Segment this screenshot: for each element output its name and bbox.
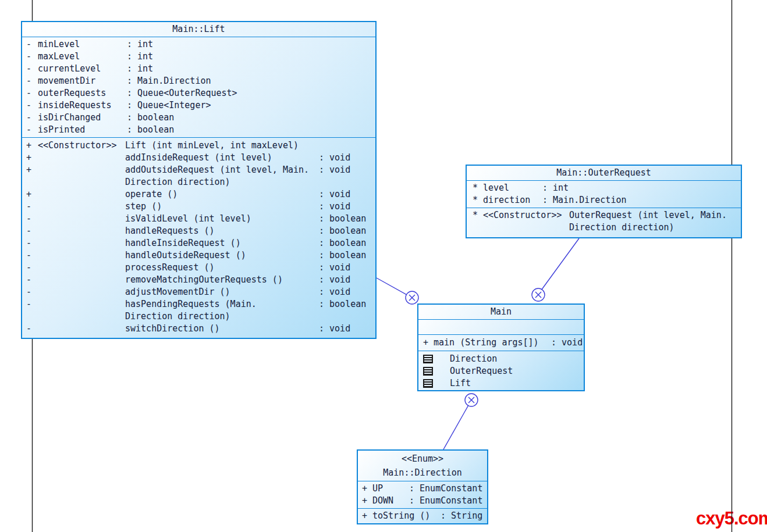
attribute-name: currentLevel [38,63,127,75]
attribute-name: level [483,182,542,194]
attribute-name: outerRequests [38,87,127,99]
main-attributes-compartment [418,319,584,334]
attribute-name: maxLevel [38,51,127,63]
stereotype: <<Constructor>> [483,209,569,222]
return-type: : boolean [319,213,366,225]
visibility: + [26,140,38,152]
attribute-row: *direction: Main.Direction [467,194,741,206]
method-signature: Lift (int minLevel, int maxLevel) [125,140,319,152]
return-type: : boolean [319,249,366,262]
method-signature: addInsideRequest (int level) [125,152,319,164]
attribute-type: : int [127,63,153,75]
visibility: * [473,182,483,194]
class-icon [423,355,433,363]
visibility: - [26,213,38,225]
visibility: + [423,337,434,349]
method-signature: operate () [125,188,319,201]
return-type: : void [319,152,350,164]
attribute-type: : int [542,182,569,194]
attribute-name: insideRequests [38,99,127,112]
containment-circle-x-icon [465,394,478,406]
method-row: +toString (): String [358,510,487,522]
attribute-name: minLevel [38,38,127,51]
method-signature: handleInsideRequest () [125,237,319,249]
containment-circle-x-icon [532,288,545,301]
return-type: : boolean [319,225,366,237]
method-signature: handleOutsideRequest () [125,249,319,262]
method-row: +<<Constructor>>Lift (int minLevel, int … [22,140,375,152]
method-signature: removeMatchingOuterRequests () [125,274,319,286]
enum-constant-type: : EnumConstant [409,495,482,507]
class-box-outerrequest: Main::OuterRequest *level: int *directio… [466,165,742,238]
nested-class-row: Direction [418,353,584,365]
attribute-row: *level: int [467,182,741,194]
main-methods-compartment: +main (String args[]): void [418,334,584,351]
visibility: * [473,194,483,206]
method-signature: main (String args[]) [434,337,551,349]
method-row: +addOutsideRequest (int level, Main. Dir… [22,164,375,188]
attribute-type: : Main.Direction [127,75,211,87]
nested-class-label: Lift [450,377,471,390]
visibility: - [26,201,38,213]
return-type: : boolean [319,298,366,310]
attribute-type: : int [127,38,153,51]
visibility: - [26,262,38,274]
method-row: -handleOutsideRequest (): boolean [22,249,375,262]
visibility: - [26,124,38,136]
containment-connector-outerrequest [538,238,579,294]
enum-constant-row: +UP: EnumConstant [358,483,487,495]
method-row: -handleRequests (): boolean [22,225,375,237]
method-signature: isValidLevel (int level) [125,213,319,225]
visibility: - [26,63,38,75]
class-icon [423,379,433,388]
visibility: - [26,298,38,310]
attribute-row: -minLevel: int [22,38,375,51]
method-signature: adjustMovementDir () [125,286,319,298]
method-row: +main (String args[]): void [418,337,584,349]
direction-attributes-compartment: +UP: EnumConstant +DOWN: EnumConstant [358,481,487,508]
attribute-row: -isPrinted: boolean [22,124,375,136]
visibility: - [26,38,38,51]
method-signature: handleRequests () [125,225,319,237]
method-signature: processRequest () [125,262,319,274]
visibility: - [26,225,38,237]
attribute-row: -insideRequests: Queue<Integer> [22,99,375,112]
method-signature: toString () [372,510,441,522]
enum-stereotype: <<Enum>> [358,452,487,466]
enum-constant-name: DOWN [372,495,409,507]
attribute-type: : Main.Direction [542,194,627,206]
method-row: -processRequest (): void [22,262,375,274]
visibility: - [26,112,38,124]
attribute-row: -isDirChanged: boolean [22,112,375,124]
class-title-lift: Main::Lift [22,22,375,36]
method-row: -step (): void [22,201,375,213]
outerrequest-methods-compartment: *<<Constructor>>OuterRequest (int level,… [467,208,741,235]
return-type: : void [319,201,350,213]
nested-class-row: Lift [418,377,584,390]
nested-class-row: OuterRequest [418,365,584,377]
method-row: -removeMatchingOuterRequests (): void [22,274,375,286]
attribute-row: -outerRequests: Queue<OuterRequest> [22,87,375,99]
method-row: -switchDirection (): void [22,323,375,335]
return-type: : void [319,274,350,286]
method-row: *<<Constructor>>OuterRequest (int level,… [467,209,741,234]
method-row: -isValidLevel (int level): boolean [22,213,375,225]
containment-circle-x-icon [406,291,418,304]
containment-connector-direction [443,400,471,449]
class-icon [423,367,433,376]
visibility: + [26,164,38,176]
attribute-type: : boolean [127,112,174,124]
return-type: : void [319,262,350,274]
attribute-name: isPrinted [38,124,127,136]
main-nested-classes-compartment: Direction OuterRequest Lift [418,351,584,390]
visibility: + [26,188,38,201]
class-box-main: Main +main (String args[]): void Directi… [417,304,585,391]
visibility: - [26,237,38,249]
visibility: - [26,274,38,286]
attribute-row: -movementDir: Main.Direction [22,75,375,87]
visibility: + [26,152,38,164]
return-type: : void [319,286,350,298]
visibility: + [362,483,372,495]
visibility: - [26,99,38,112]
outerrequest-attributes-compartment: *level: int *direction: Main.Direction [467,180,741,208]
